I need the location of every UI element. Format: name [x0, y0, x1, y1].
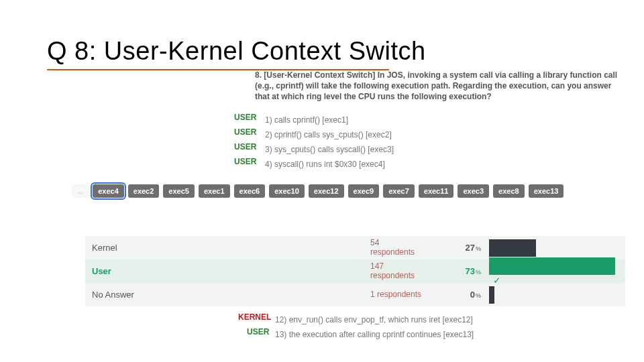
step12-annotation: KERNEL: [238, 312, 271, 322]
step4-annotation: USER: [234, 157, 256, 166]
exec-step-list: 1) calls cprintf() [exec1] 2) cprintf() …: [265, 113, 394, 172]
result-respondents: 54respondents: [370, 239, 447, 256]
step3-annotation: USER: [234, 142, 256, 152]
result-row-noanswer: No Answer 1 respondents 0%: [85, 283, 625, 306]
exec-step: 2) cprintf() calls sys_cputs() [exec2]: [265, 127, 394, 142]
result-percent: 27%: [447, 243, 481, 253]
chip-placeholder: ...: [72, 184, 89, 198]
step2-annotation: USER: [234, 127, 256, 137]
results-table: Kernel 54respondents 27% User 147respond…: [85, 236, 625, 306]
chip-exec9[interactable]: exec9: [348, 184, 380, 198]
step1-annotation: USER: [234, 113, 256, 122]
result-label: Kernel: [85, 243, 370, 253]
bottom-step-list: 12) env_run() calls env_pop_tf, which ru…: [275, 312, 474, 342]
chip-exec7[interactable]: exec7: [383, 184, 415, 198]
chip-exec5[interactable]: exec5: [163, 184, 195, 198]
exec-step: 4) syscall() runs int $0x30 [exec4]: [265, 157, 394, 172]
chip-exec4[interactable]: exec4: [93, 184, 124, 198]
exec-step: 3) sys_cputs() calls syscall() [exec3]: [265, 142, 394, 157]
exec-step: 13) the execution after calling cprintf …: [275, 327, 474, 342]
result-bar: [489, 257, 615, 275]
chip-exec10[interactable]: exec10: [269, 184, 305, 198]
result-respondents: 1 respondents: [370, 290, 447, 299]
result-label: User: [85, 266, 370, 276]
chip-exec11[interactable]: exec11: [419, 184, 454, 198]
slide-title: Q 8: User-Kernel Context Switch: [47, 37, 426, 66]
question-text: 8. [User-Kernel Context Switch] In JOS, …: [255, 70, 627, 103]
result-respondents: 147respondents: [370, 262, 447, 280]
chip-exec8[interactable]: exec8: [493, 184, 525, 198]
result-row-kernel: Kernel 54respondents 27%: [85, 236, 625, 259]
result-bar: [489, 239, 536, 257]
step13-annotation: USER: [247, 327, 269, 337]
answer-chips: ... exec4 exec2 exec5 exec1 exec6 exec10…: [72, 184, 629, 198]
chip-exec12[interactable]: exec12: [309, 184, 344, 198]
exec-step: 1) calls cprintf() [exec1]: [265, 113, 394, 127]
result-row-user: User 147respondents 73% ✓: [85, 259, 625, 283]
result-percent: 0%: [447, 290, 481, 300]
result-bar: [489, 286, 494, 304]
result-label: No Answer: [85, 290, 370, 300]
chip-exec1[interactable]: exec1: [199, 184, 230, 198]
chip-exec3[interactable]: exec3: [458, 184, 489, 198]
check-icon: ✓: [493, 275, 501, 286]
chip-exec13[interactable]: exec13: [529, 184, 564, 198]
chip-exec2[interactable]: exec2: [128, 184, 160, 198]
exec-step: 12) env_run() calls env_pop_tf, which ru…: [275, 312, 474, 327]
result-percent: 73%: [447, 266, 481, 276]
chip-exec6[interactable]: exec6: [234, 184, 266, 198]
